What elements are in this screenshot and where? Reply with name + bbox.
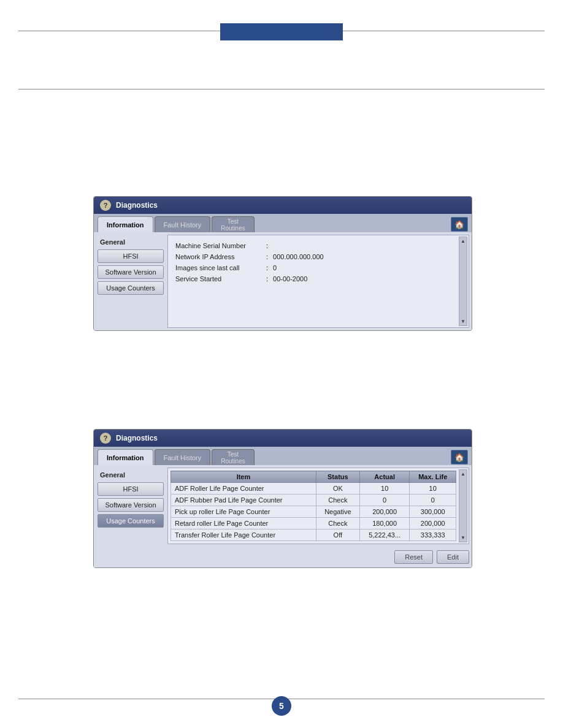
panel1-row-3: Service Started : 00-00-2000 bbox=[175, 273, 454, 284]
panel1-tabs-row: Information Fault History TestRoutines 🏠 bbox=[94, 214, 472, 232]
panel2-scrollbar[interactable]: ▲ ▼ bbox=[459, 469, 467, 542]
panel1-btn-hfsi[interactable]: HFSI bbox=[98, 249, 164, 263]
panel1-label-2: Images since last call bbox=[175, 264, 261, 271]
panel1-sep-2: : bbox=[266, 264, 268, 271]
panel1-icon: ? bbox=[100, 200, 111, 211]
panel2-icon: ? bbox=[100, 433, 111, 444]
panel1-sidebar-label: General bbox=[98, 237, 164, 247]
table-row: Transfer Roller Life Page Counter Off 5,… bbox=[171, 529, 456, 541]
cell-status-1: Check bbox=[316, 495, 359, 506]
panel1-row-0: Machine Serial Number : bbox=[175, 240, 454, 251]
top-header-bar bbox=[220, 23, 343, 40]
scroll2-up-arrow[interactable]: ▲ bbox=[461, 471, 465, 477]
hfsi-table: Item Status Actual Max. Life ADF Roller … bbox=[170, 471, 456, 541]
panel2-footer: Reset Edit bbox=[94, 547, 472, 567]
panel1-row-1: Network IP Address : 000.000.000.000 bbox=[175, 251, 454, 262]
panel2-tab-test-routines[interactable]: TestRoutines bbox=[212, 449, 254, 465]
cell-maxlife-0: 10 bbox=[410, 483, 456, 495]
panel1-titlebar: ? Diagnostics bbox=[94, 197, 472, 214]
cell-status-4: Off bbox=[316, 529, 359, 541]
panel1-sep-0: : bbox=[266, 242, 268, 249]
section-divider-1 bbox=[18, 89, 545, 89]
panel1-tab-fault-history[interactable]: Fault History bbox=[155, 216, 211, 232]
panel1-row-2: Images since last call : 0 bbox=[175, 262, 454, 273]
col-item: Item bbox=[171, 471, 316, 483]
cell-actual-0: 10 bbox=[359, 483, 410, 495]
cell-status-3: Check bbox=[316, 518, 359, 529]
panel1-sep-3: : bbox=[266, 275, 268, 282]
cell-actual-3: 180,000 bbox=[359, 518, 410, 529]
edit-button[interactable]: Edit bbox=[437, 550, 469, 564]
panel1-scrollbar[interactable]: ▲ ▼ bbox=[459, 237, 467, 326]
cell-actual-4: 5,222,43... bbox=[359, 529, 410, 541]
cell-status-0: OK bbox=[316, 483, 359, 495]
panel2-home-button[interactable]: 🏠 bbox=[451, 450, 468, 464]
cell-maxlife-1: 0 bbox=[410, 495, 456, 506]
cell-maxlife-4: 333,333 bbox=[410, 529, 456, 541]
page-indicator: 5 bbox=[272, 696, 291, 716]
panel2-body: General HFSI Software Version Usage Coun… bbox=[94, 465, 472, 567]
panel1-label-1: Network IP Address bbox=[175, 253, 261, 260]
table-row: Pick up roller Life Page Counter Negativ… bbox=[171, 506, 456, 518]
panel1-sep-1: : bbox=[266, 253, 268, 260]
scroll2-down-arrow[interactable]: ▼ bbox=[461, 535, 465, 540]
col-status: Status bbox=[316, 471, 359, 483]
col-actual: Actual bbox=[359, 471, 410, 483]
table-row: ADF Roller Life Page Counter OK 10 10 bbox=[171, 483, 456, 495]
panel2-btn-usage-counters[interactable]: Usage Counters bbox=[98, 514, 164, 528]
panel2-sidebar: General HFSI Software Version Usage Coun… bbox=[94, 465, 167, 547]
table-row: ADF Rubber Pad Life Page Counter Check 0… bbox=[171, 495, 456, 506]
panel1-body: General HFSI Software Version Usage Coun… bbox=[94, 232, 472, 330]
cell-maxlife-2: 300,000 bbox=[410, 506, 456, 518]
panel1-tab-test-routines[interactable]: TestRoutines bbox=[212, 216, 254, 232]
panel1-home-button[interactable]: 🏠 bbox=[451, 217, 468, 232]
cell-item-2: Pick up roller Life Page Counter bbox=[171, 506, 316, 518]
reset-button[interactable]: Reset bbox=[394, 550, 433, 564]
panel1-sidebar: General HFSI Software Version Usage Coun… bbox=[94, 232, 167, 330]
panel2-content: Item Status Actual Max. Life ADF Roller … bbox=[167, 468, 469, 544]
panel2-tabs-row: Information Fault History TestRoutines 🏠 bbox=[94, 447, 472, 465]
cell-item-1: ADF Rubber Pad Life Page Counter bbox=[171, 495, 316, 506]
panel2-tab-information[interactable]: Information bbox=[98, 449, 153, 465]
cell-actual-1: 0 bbox=[359, 495, 410, 506]
cell-actual-2: 200,000 bbox=[359, 506, 410, 518]
panel1-content: Machine Serial Number : Network IP Addre… bbox=[167, 235, 469, 328]
panel1-title: Diagnostics bbox=[116, 201, 158, 210]
panel2-tab-fault-history[interactable]: Fault History bbox=[155, 449, 211, 465]
panel1-tab-information[interactable]: Information bbox=[98, 216, 153, 232]
panel1-value-2: 0 bbox=[273, 264, 277, 271]
panel1-btn-usage-counters[interactable]: Usage Counters bbox=[98, 281, 164, 295]
table-row: Retard roller Life Page Counter Check 18… bbox=[171, 518, 456, 529]
panel2-titlebar: ? Diagnostics bbox=[94, 430, 472, 447]
scroll-down-arrow[interactable]: ▼ bbox=[461, 319, 465, 324]
cell-item-3: Retard roller Life Page Counter bbox=[171, 518, 316, 529]
cell-item-4: Transfer Roller Life Page Counter bbox=[171, 529, 316, 541]
panel2-sidebar-label: General bbox=[98, 470, 164, 480]
cell-item-0: ADF Roller Life Page Counter bbox=[171, 483, 316, 495]
diagnostics-panel-1: ? Diagnostics Information Fault History … bbox=[93, 196, 472, 331]
scroll-up-arrow[interactable]: ▲ bbox=[461, 238, 465, 244]
panel1-value-3: 00-00-2000 bbox=[273, 275, 307, 282]
cell-status-2: Negative bbox=[316, 506, 359, 518]
panel2-btn-hfsi[interactable]: HFSI bbox=[98, 482, 164, 496]
col-maxlife: Max. Life bbox=[410, 471, 456, 483]
panel1-label-3: Service Started bbox=[175, 275, 261, 282]
panel2-title: Diagnostics bbox=[116, 434, 158, 442]
cell-maxlife-3: 200,000 bbox=[410, 518, 456, 529]
panel1-btn-software-version[interactable]: Software Version bbox=[98, 265, 164, 279]
panel1-value-1: 000.000.000.000 bbox=[273, 253, 324, 260]
panel2-btn-software-version[interactable]: Software Version bbox=[98, 498, 164, 512]
panel1-label-0: Machine Serial Number bbox=[175, 242, 261, 249]
diagnostics-panel-2: ? Diagnostics Information Fault History … bbox=[93, 429, 472, 568]
